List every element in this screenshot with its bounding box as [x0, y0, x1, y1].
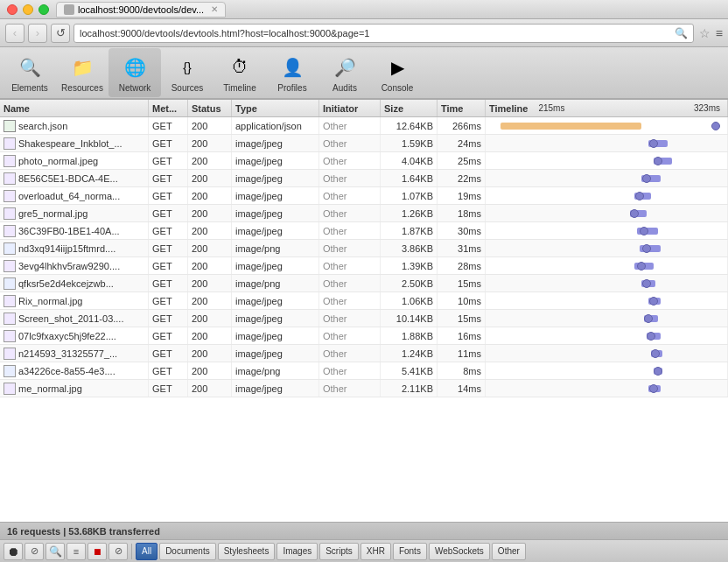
table-row[interactable]: 3evg4lhkhv5raw9290.... GET 200 image/jpe…: [0, 257, 728, 275]
sources-label: Sources: [172, 83, 204, 93]
url-text: localhost:9000/devtools/devtools.html?ho…: [80, 28, 671, 39]
cell-method: GET: [149, 257, 188, 274]
cell-name: a34226ce-8a55-4e3....: [0, 362, 149, 379]
filter-btn-fonts[interactable]: Fonts: [393, 543, 427, 560]
status-text: 16 requests | 53.68KB transferred: [7, 526, 160, 537]
toolbar-item-profiles[interactable]: 👤Profiles: [266, 48, 318, 97]
cell-status: 200: [188, 292, 232, 309]
table-row[interactable]: Shakespeare_Inkblot_... GET 200 image/jp…: [0, 135, 728, 152]
timeline-bar-waiting: [500, 123, 641, 130]
stop-button[interactable]: ⏹: [88, 543, 107, 560]
table-row[interactable]: photo_normal.jpeg GET 200 image/jpeg Oth…: [0, 152, 728, 170]
cell-time: 266ms: [438, 117, 486, 134]
file-icon: [4, 120, 16, 132]
filter-list-button[interactable]: ≡: [66, 543, 86, 560]
cell-timeline: [486, 275, 728, 292]
table-row[interactable]: me_normal.jpg GET 200 image/jpeg Other 2…: [0, 380, 728, 397]
toolbar-item-timeline[interactable]: ⏱Timeline: [214, 48, 266, 97]
cell-size: 3.86KB: [381, 240, 438, 256]
toolbar-item-audits[interactable]: 🔎Audits: [318, 48, 371, 97]
cell-type: image/jpeg: [232, 292, 319, 309]
cell-name: me_normal.jpg: [0, 380, 149, 397]
table-row[interactable]: nd3xq914iijp15ftmrd.... GET 200 image/pn…: [0, 240, 728, 257]
table-header: Name Met... Status Type Initiator Size T…: [0, 100, 728, 117]
menu-icon[interactable]: ≡: [716, 26, 723, 40]
filter-btn-documents[interactable]: Documents: [159, 543, 216, 560]
cell-timeline: [486, 345, 728, 362]
filter-btn-images[interactable]: Images: [276, 543, 318, 560]
filter-btn-scripts[interactable]: Scripts: [319, 543, 359, 560]
minimize-button[interactable]: [23, 4, 33, 15]
table-row[interactable]: Rix_normal.jpg GET 200 image/jpeg Other …: [0, 292, 728, 310]
col-header-method[interactable]: Met...: [149, 100, 188, 116]
file-icon: [4, 260, 16, 272]
timeline-bar-container: [489, 383, 724, 394]
table-row[interactable]: qfksr5e2d4ekcejzwb... GET 200 image/png …: [0, 275, 728, 292]
cell-name: search.json: [0, 117, 149, 134]
col-header-name[interactable]: Name: [0, 100, 149, 116]
col-header-status[interactable]: Status: [188, 100, 232, 116]
filter-btn-websockets[interactable]: WebSockets: [429, 543, 490, 560]
network-panel: Name Met... Status Type Initiator Size T…: [0, 100, 728, 522]
cell-timeline: [486, 292, 728, 309]
cell-initiator: Other: [319, 152, 381, 169]
cell-time: 31ms: [438, 240, 486, 256]
tab-close-icon[interactable]: ✕: [211, 4, 218, 14]
table-row[interactable]: Screen_shot_2011-03.... GET 200 image/jp…: [0, 310, 728, 327]
toolbar-item-network[interactable]: 🌐Network: [108, 48, 161, 97]
filter-btn-all[interactable]: All: [136, 543, 158, 560]
toolbar-item-resources[interactable]: 📁Resources: [56, 48, 108, 97]
table-row[interactable]: overloadut_64_norma... GET 200 image/jpe…: [0, 187, 728, 205]
filter-btn-xhr[interactable]: XHR: [360, 543, 391, 560]
timeline-label: Timeline: [223, 83, 256, 93]
no-cache-button[interactable]: ⊘: [108, 543, 128, 560]
timeline-bar-container: [489, 278, 724, 289]
refresh-button[interactable]: ↺: [51, 24, 70, 43]
cell-timeline: [486, 152, 728, 169]
file-icon: [4, 155, 16, 167]
filter-btn-other[interactable]: Other: [492, 543, 526, 560]
cell-time: 14ms: [438, 380, 486, 397]
close-button[interactable]: [7, 4, 18, 15]
col-header-type[interactable]: Type: [232, 100, 319, 116]
cell-method: GET: [149, 362, 188, 379]
table-row[interactable]: 07lc9fxaxyc5hj9fe22.... GET 200 image/jp…: [0, 327, 728, 345]
col-header-initiator[interactable]: Initiator: [319, 100, 381, 116]
browser-tab[interactable]: localhost:9000/devtools/dev... ✕: [56, 2, 226, 18]
timeline-dot: [644, 314, 653, 323]
cell-timeline: [486, 205, 728, 221]
forward-button[interactable]: ›: [28, 24, 47, 43]
cell-initiator: Other: [319, 170, 381, 186]
cell-initiator: Other: [319, 117, 381, 134]
col-header-timeline[interactable]: Timeline 215ms 323ms: [486, 100, 728, 116]
address-bar[interactable]: localhost:9000/devtools/devtools.html?ho…: [74, 24, 694, 43]
nav-bar: ‹ › ↺ localhost:9000/devtools/devtools.h…: [0, 19, 728, 47]
clear-button[interactable]: ⊘: [24, 543, 44, 560]
table-row[interactable]: gre5_normal.jpg GET 200 image/jpeg Other…: [0, 205, 728, 222]
col-header-time[interactable]: Time: [438, 100, 486, 116]
table-row[interactable]: 8E56C5E1-BDCA-4E... GET 200 image/jpeg O…: [0, 170, 728, 187]
cell-method: GET: [149, 117, 188, 134]
search-button[interactable]: 🔍: [46, 543, 65, 560]
cell-status: 200: [188, 327, 232, 344]
record-button[interactable]: ⏺: [4, 543, 23, 560]
cell-type: image/png: [232, 362, 319, 379]
cell-timeline: [486, 310, 728, 327]
cell-status: 200: [188, 135, 232, 151]
cell-name: 3evg4lhkhv5raw9290....: [0, 257, 149, 274]
table-row[interactable]: search.json GET 200 application/json Oth…: [0, 117, 728, 135]
cell-size: 12.64KB: [381, 117, 438, 134]
toolbar-item-elements[interactable]: 🔍Elements: [4, 48, 56, 97]
back-button[interactable]: ‹: [5, 24, 24, 43]
table-row[interactable]: n214593_31325577_... GET 200 image/jpeg …: [0, 345, 728, 362]
maximize-button[interactable]: [38, 4, 49, 15]
col-header-size[interactable]: Size: [381, 100, 438, 116]
timeline-bar-container: [489, 173, 724, 184]
table-body: search.json GET 200 application/json Oth…: [0, 117, 728, 522]
bookmark-icon[interactable]: ☆: [699, 26, 710, 40]
filter-btn-stylesheets[interactable]: Stylesheets: [218, 543, 276, 560]
toolbar-item-sources[interactable]: {}Sources: [161, 48, 214, 97]
table-row[interactable]: 36C39FB0-1BE1-40A... GET 200 image/jpeg …: [0, 222, 728, 240]
table-row[interactable]: a34226ce-8a55-4e3.... GET 200 image/png …: [0, 362, 728, 380]
toolbar-item-console[interactable]: ▶Console: [371, 48, 424, 97]
